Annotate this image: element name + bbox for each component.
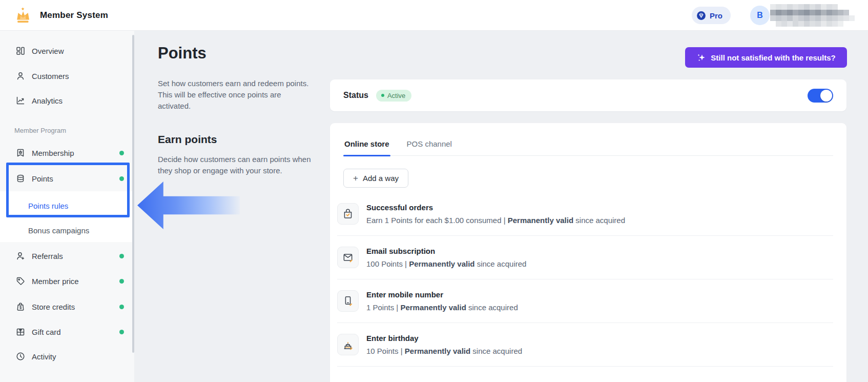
sidebar-item-referrals[interactable]: Referrals — [0, 250, 131, 262]
email-icon — [337, 247, 359, 268]
pro-badge[interactable]: Pro — [692, 7, 731, 24]
status-badge-label: Active — [387, 92, 405, 99]
way-row-enter-birthday[interactable]: Enter birthday 10 Points | Permanently v… — [337, 323, 833, 367]
not-satisfied-button[interactable]: Still not satisfied with the results? — [685, 47, 847, 68]
sidebar: Member Program OverviewCustomersAnalytic… — [0, 31, 134, 382]
way-title: Enter mobile number — [366, 290, 518, 299]
green-status-dot — [119, 330, 124, 334]
green-status-dot — [119, 279, 124, 284]
green-status-dot — [119, 254, 124, 258]
earn-ways-card: Online storePOS channel + Add a way Succ… — [330, 123, 846, 382]
sidebar-item-label: Activity — [32, 352, 56, 361]
add-a-way-label: Add a way — [363, 174, 399, 183]
sidebar-item-label: Points rules — [28, 202, 68, 210]
channel-tabs: Online storePOS channel — [343, 139, 833, 156]
green-status-dot — [119, 176, 124, 181]
sidebar-scrollbar[interactable] — [132, 35, 134, 353]
sidebar-item-points-rules[interactable]: Points rules — [0, 199, 131, 212]
sidebar-item-membership[interactable]: Membership — [0, 147, 131, 159]
chart-icon — [15, 95, 26, 106]
badge-icon — [15, 148, 26, 158]
sidebar-item-customers[interactable]: Customers — [0, 70, 131, 82]
crown-logo-icon — [14, 7, 32, 24]
way-description: 1 Points | Permanently valid since acqui… — [366, 303, 518, 312]
page-title: Points — [158, 44, 206, 63]
pro-badge-label: Pro — [710, 11, 722, 20]
avatar[interactable]: B — [750, 6, 770, 25]
pro-gem-icon — [696, 11, 706, 21]
avatar-initial: B — [757, 11, 763, 20]
sidebar-item-store-credits[interactable]: Store credits — [0, 300, 131, 313]
green-status-dot — [119, 305, 124, 309]
way-row-email-subscription[interactable]: Email subscription 100 Points | Permanen… — [337, 236, 833, 279]
sidebar-item-member-price[interactable]: Member price — [0, 275, 131, 287]
sidebar-item-analytics[interactable]: Analytics — [0, 94, 131, 107]
app-title: Member System — [40, 0, 108, 31]
tab-pos-channel[interactable]: POS channel — [406, 139, 453, 155]
sidebar-item-points[interactable]: Points — [0, 172, 131, 185]
sidebar-item-label: Store credits — [32, 303, 75, 311]
sidebar-item-label: Points — [32, 174, 53, 183]
earn-points-description: Decide how customers can earn points whe… — [158, 154, 319, 176]
sidebar-item-label: Member price — [32, 277, 79, 286]
sidebar-item-label: Overview — [32, 47, 64, 55]
sparkles-icon — [696, 53, 706, 63]
status-label: Status — [343, 91, 368, 100]
sidebar-item-label: Customers — [32, 72, 69, 81]
sidebar-item-bonus-campaigns[interactable]: Bonus campaigns — [0, 224, 131, 236]
person-add-icon — [15, 251, 26, 261]
way-title: Enter birthday — [366, 334, 522, 343]
gift-icon — [15, 327, 26, 337]
sidebar-item-label: Referrals — [32, 252, 63, 260]
way-description: 100 Points | Permanently valid since acq… — [366, 259, 526, 268]
way-row-successful-orders[interactable]: Successful orders Earn 1 Points for each… — [337, 192, 833, 236]
not-satisfied-button-label: Still not satisfied with the results? — [711, 53, 835, 62]
plus-icon: + — [353, 174, 358, 182]
tab-online-store[interactable]: Online store — [343, 139, 390, 155]
screen: Member System Pro B Member Program Overv… — [0, 0, 868, 382]
main-content: Points Set how customers earn and redeem… — [134, 31, 868, 382]
green-status-dot — [119, 151, 124, 155]
bag-dollar-icon — [15, 301, 26, 312]
status-card: Status Active — [330, 79, 846, 111]
grid-icon — [15, 46, 26, 56]
cake-icon — [337, 334, 359, 355]
sidebar-item-label: Analytics — [32, 96, 63, 105]
status-toggle[interactable] — [808, 89, 833, 103]
sidebar-item-overview[interactable]: Overview — [0, 45, 131, 57]
toggle-knob — [820, 90, 832, 102]
sidebar-item-gift-card[interactable]: Gift card — [0, 326, 131, 338]
status-badge: Active — [376, 90, 411, 102]
sidebar-item-activity[interactable]: Activity — [0, 350, 131, 363]
status-dot-icon — [381, 94, 384, 97]
add-a-way-button[interactable]: + Add a way — [343, 169, 408, 188]
header: Member System Pro B — [0, 0, 868, 31]
shopping-bag-icon — [337, 203, 359, 225]
page-description: Set how customers earn and redeem points… — [158, 78, 316, 112]
sidebar-item-label: Membership — [32, 149, 74, 157]
coins-icon — [15, 173, 26, 184]
earn-points-heading: Earn points — [158, 133, 217, 146]
clock-icon — [15, 351, 26, 361]
redacted-username — [770, 4, 866, 27]
way-title: Email subscription — [366, 247, 526, 255]
mobile-icon — [337, 290, 359, 312]
tag-icon — [15, 276, 26, 286]
person-icon — [15, 71, 26, 81]
way-description: 10 Points | Permanently valid since acqu… — [366, 347, 522, 355]
way-description: Earn 1 Points for each $1.00 consumed | … — [366, 216, 625, 225]
sidebar-item-label: Gift card — [32, 328, 61, 336]
ways-list: Successful orders Earn 1 Points for each… — [337, 192, 833, 367]
way-row-enter-mobile-number[interactable]: Enter mobile number 1 Points | Permanent… — [337, 279, 833, 323]
sidebar-item-label: Bonus campaigns — [28, 226, 89, 235]
way-title: Successful orders — [366, 203, 625, 212]
sidebar-section-label: Member Program — [14, 127, 66, 134]
